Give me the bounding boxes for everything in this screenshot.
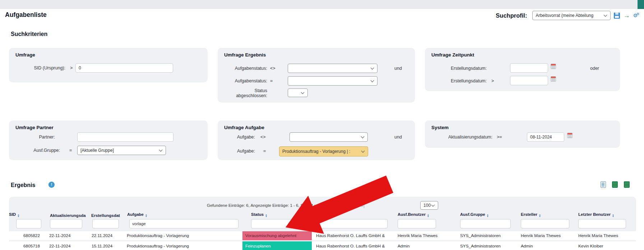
aktualisierungsdatum-operator: >= (497, 135, 502, 140)
header-row: SID▲▼ Aktualisierungsda Erstellungsdat A… (9, 210, 636, 218)
filter-ersteller-input[interactable] (521, 219, 569, 228)
table-row[interactable]: 6805822 22-11-2024 22.11.2024 Produktion… (9, 231, 636, 241)
current-page-button[interactable]: 1 (340, 202, 348, 209)
pagination-info: Gefundene Einträge: 6, Angezeigte Einträ… (207, 203, 325, 208)
box-umfrage-zeitpunkt-title: Umfrage Zeitpunkt (431, 52, 474, 58)
top-strip (0, 0, 644, 9)
ausf-gruppe-operator: = (69, 148, 72, 153)
partner-input[interactable] (77, 132, 173, 142)
column-header-sid[interactable]: SID▲▼ (9, 210, 44, 218)
erstellungsdatum-label: Erstellungsdatum: (436, 66, 487, 71)
filter-ausf-benutzer-input[interactable] (398, 219, 436, 228)
results-table: SID▲▼ Aktualisierungsda Erstellungsdat A… (9, 210, 636, 250)
chevron-down-icon (361, 149, 365, 153)
cell-aufgabe: Produktionsauftrag - Vorlagerung (124, 241, 242, 250)
ergebnis-heading: Ergebnis (11, 182, 35, 188)
last-page-icon[interactable]: »| (361, 203, 365, 208)
copy-results-icon[interactable] (601, 181, 606, 188)
column-header-erstellungsdatum[interactable]: Erstellungsdat (90, 210, 124, 218)
filter-aufgabe-input[interactable] (129, 219, 238, 228)
aufgabe-neq-select[interactable] (289, 132, 368, 142)
chevron-down-icon (371, 66, 374, 70)
export-excel-all-icon[interactable] (624, 181, 630, 188)
sid-operator: > (70, 65, 73, 71)
column-header-ersteller[interactable]: Ersteller▲▼ (517, 210, 575, 218)
status-abgeschlossen-label-line2: abgeschlossen: (224, 93, 267, 98)
aufgabenstatus-eq-select[interactable] (288, 76, 377, 86)
box-umfrage-ergebnis-title: Umfrage Ergebnis (224, 52, 266, 58)
table-row[interactable]: 6805718 22-11-2024 15.11.2024 Produktion… (9, 241, 636, 250)
column-header-ausf-benutzer[interactable]: Ausf.Benutzer▲▼ (393, 210, 456, 218)
column-header-partner[interactable] (312, 210, 393, 218)
aufgabenstatus-eq-label: Aufgabenstatus: (224, 78, 267, 83)
box-umfrage-zeitpunkt: Umfrage Zeitpunkt Erstellungsdatum: oder… (425, 48, 620, 91)
erstellungsdatum-gt-operator: > (491, 78, 494, 83)
aufgabe-eq-label: Aufgabe: (226, 149, 255, 154)
erstellungsdatum-gt-input[interactable] (510, 76, 548, 85)
cell-sid: 6805822 (9, 231, 44, 241)
column-header-aufgabe[interactable]: Aufgabe▲▼ (124, 210, 242, 218)
calendar-icon[interactable] (551, 64, 556, 69)
filter-aktualisierungsdatum-input[interactable] (50, 219, 82, 228)
box-system: System Aktualisierungsdatum: >= (425, 121, 620, 148)
cell-aufgabe: Produktionsauftrag - Vorlagerung (124, 231, 242, 241)
apply-profile-icon[interactable]: → (623, 13, 630, 19)
aufgabe-eq-select-highlighted[interactable]: Produktionsauftrag - Vorlagerung | : (279, 146, 368, 156)
sid-ursprung-label: SID (Ursprung): (17, 65, 65, 71)
page-root: Aufgabenliste Suchprofil: Arbeitsvorrat … (0, 0, 644, 250)
cell-ersteller: Henrik Maria Thewes (517, 231, 575, 241)
calendar-icon[interactable] (551, 76, 556, 82)
cell-erstellungsdatum: 22.11.2024 (90, 231, 124, 241)
cell-letzter-benutzer: Kevin Kloiber (575, 241, 636, 250)
filter-sid-input[interactable] (16, 219, 41, 228)
ergebnis-conjunction: und (394, 66, 402, 71)
cell-ersteller: Admin (517, 241, 575, 250)
aufgabenstatus-eq-operator: = (270, 78, 273, 83)
status-abgeschlossen-label-line1: Status (224, 88, 267, 93)
sort-icon: ▲▼ (265, 214, 267, 218)
column-header-letzter-benutzer[interactable]: Letzter Benutzer▲▼ (575, 210, 636, 218)
info-icon[interactable]: ! (48, 182, 55, 188)
prev-page-icon[interactable]: « (333, 203, 336, 208)
page-size-select[interactable]: 100 (420, 201, 438, 210)
chevron-down-icon (159, 148, 163, 152)
aufgabenstatus-neq-label: Aufgabenstatus: (224, 66, 267, 71)
filter-status-input[interactable] (251, 219, 301, 228)
next-page-icon[interactable]: » (353, 203, 356, 208)
status-badge: Vorausmischung abgelehnt (242, 231, 312, 241)
aktualisierungsdatum-input[interactable] (527, 132, 564, 142)
column-header-ausf-gruppe[interactable]: Ausf.Gruppe▲▼ (456, 210, 517, 218)
partner-label: Partner: (19, 135, 55, 140)
column-header-status[interactable]: Status▲▼ (242, 210, 312, 218)
box-umfrage: Umfrage SID (Ursprung): > (9, 48, 208, 82)
suchprofil-select[interactable]: Arbeitsvorrat (meine Abteilung (532, 11, 611, 20)
cell-letzter-benutzer: Henrik Maria Thewes (575, 231, 636, 241)
chevron-down-icon (361, 135, 365, 138)
sort-icon: ▲▼ (145, 214, 147, 218)
export-excel-icon[interactable] (612, 181, 618, 188)
calendar-icon[interactable] (567, 133, 573, 138)
column-header-aktualisierungsdatum[interactable]: Aktualisierungsda (44, 210, 90, 218)
chevron-down-icon (301, 91, 305, 94)
cell-erstellungsdatum: 15.11.2024 (90, 241, 124, 250)
filter-ausf-gruppe-input[interactable] (460, 219, 511, 228)
cell-ausf-benutzer: Admin (393, 241, 456, 250)
box-umfrage-aufgabe: Umfrage Aufgabe Aufgabe: <> und Aufgabe:… (218, 121, 415, 160)
cell-partner: Haus Rabenhorst O. Lauffs GmbH & (312, 241, 393, 250)
save-profile-icon[interactable] (614, 13, 620, 19)
sid-ursprung-input[interactable] (75, 63, 173, 73)
sort-icon: ▲▼ (539, 214, 541, 218)
aufgabenstatus-neq-select[interactable] (288, 64, 377, 73)
ausf-gruppe-select[interactable]: [Aktuelle Gruppe] (77, 146, 166, 155)
erstellungsdatum-input[interactable] (510, 63, 548, 73)
cell-ausf-gruppe: SYS_Administratoren (456, 241, 517, 250)
results-panel: Gefundene Einträge: 6, Angezeigte Einträ… (9, 197, 636, 250)
status-abgeschlossen-select[interactable] (288, 88, 308, 97)
settings-gears-icon[interactable]: ⚙⚙ (633, 13, 638, 18)
filter-letzter-benutzer-input[interactable] (578, 219, 626, 228)
filter-partner-input[interactable] (316, 219, 388, 228)
box-umfrage-aufgabe-title: Umfrage Aufgabe (224, 125, 264, 130)
filter-erstellungsdatum-input[interactable] (92, 219, 119, 228)
zeitpunkt-conjunction: oder (590, 66, 599, 71)
sort-icon: ▲▼ (427, 214, 429, 218)
